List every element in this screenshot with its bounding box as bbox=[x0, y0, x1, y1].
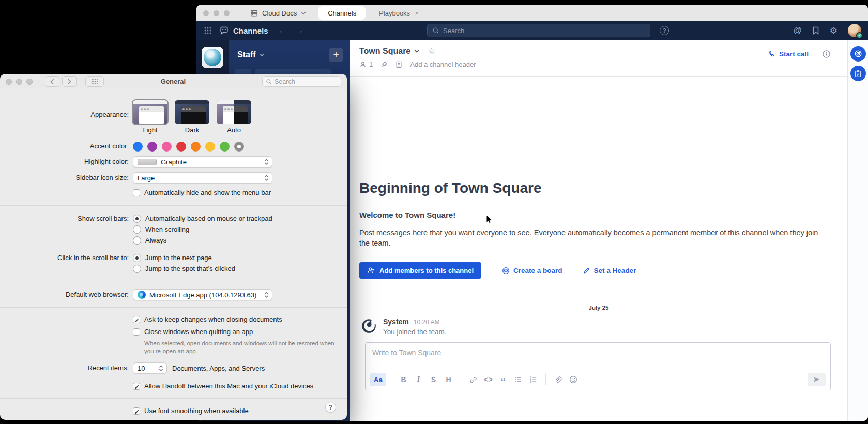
message-input[interactable] bbox=[372, 349, 824, 357]
recent-items-dropdown[interactable]: 10 bbox=[133, 362, 167, 374]
handoff-checkbox[interactable]: Allow Handoff between this Mac and your … bbox=[133, 381, 313, 391]
strikethrough-button[interactable]: S bbox=[426, 373, 441, 386]
server-switcher[interactable]: Cloud Docs bbox=[250, 9, 306, 17]
code-button[interactable]: <> bbox=[481, 373, 496, 386]
close-windows-checkbox[interactable]: Close windows when quitting an app bbox=[133, 327, 253, 337]
accent-red[interactable] bbox=[176, 142, 186, 152]
help-question-button[interactable]: ? bbox=[325, 402, 336, 413]
search-input[interactable] bbox=[443, 27, 645, 35]
prefs-search[interactable] bbox=[262, 76, 341, 87]
back-button[interactable] bbox=[45, 76, 59, 87]
chevron-down-icon[interactable] bbox=[414, 49, 419, 53]
light-appearance-thumbnail[interactable] bbox=[133, 100, 167, 124]
accent-green[interactable] bbox=[220, 142, 230, 152]
checkbox[interactable] bbox=[133, 316, 140, 323]
font-smoothing-checkbox[interactable]: Use font smoothing when available bbox=[133, 406, 249, 416]
channel-members[interactable]: 1 bbox=[359, 60, 373, 68]
zoom-window-button[interactable] bbox=[26, 79, 33, 85]
back-arrow-icon[interactable]: ← bbox=[279, 26, 287, 35]
appearance-option-dark[interactable]: Dark bbox=[175, 100, 209, 134]
radio-scrollbars-when-scrolling[interactable]: When scrolling bbox=[133, 224, 272, 235]
radio[interactable] bbox=[133, 215, 141, 223]
accent-orange[interactable] bbox=[191, 142, 201, 152]
prefs-search-input[interactable] bbox=[275, 78, 338, 85]
appearance-option-auto[interactable]: Auto bbox=[217, 100, 251, 134]
bulleted-list-button[interactable] bbox=[511, 373, 526, 386]
show-formatting-button[interactable]: Aa bbox=[370, 373, 386, 386]
checkbox[interactable] bbox=[133, 328, 140, 336]
sidebar-icon-size-dropdown[interactable]: Large bbox=[133, 172, 272, 184]
accent-pink[interactable] bbox=[162, 142, 172, 152]
radio-jump-next-page[interactable]: Jump to the next page bbox=[133, 253, 235, 263]
link-button[interactable] bbox=[466, 373, 481, 386]
add-channel-button[interactable]: + bbox=[329, 48, 343, 62]
help-icon[interactable]: ? bbox=[660, 26, 669, 35]
numbered-list-button[interactable] bbox=[526, 373, 541, 386]
radio[interactable] bbox=[133, 225, 141, 234]
bold-button[interactable]: B bbox=[396, 373, 411, 386]
global-search[interactable] bbox=[427, 24, 650, 37]
add-members-button[interactable]: Add members to this channel bbox=[359, 262, 481, 279]
user-avatar[interactable]: ✓ bbox=[848, 24, 861, 37]
dark-appearance-thumbnail[interactable] bbox=[175, 100, 209, 124]
close-window-button[interactable] bbox=[203, 10, 209, 16]
close-tab-icon[interactable]: × bbox=[415, 9, 419, 17]
set-header-button[interactable]: Set a Header bbox=[583, 267, 636, 275]
settings-gear-icon[interactable]: ⚙ bbox=[830, 25, 837, 36]
message-author[interactable]: System bbox=[383, 317, 409, 326]
checkbox[interactable] bbox=[133, 407, 140, 415]
status-online-badge: ✓ bbox=[856, 32, 863, 39]
boards-app-icon[interactable] bbox=[850, 46, 866, 62]
appearance-option-light[interactable]: Light bbox=[133, 100, 167, 134]
saved-posts-icon[interactable] bbox=[812, 26, 819, 35]
radio-jump-to-spot[interactable]: Jump to the spot that’s clicked bbox=[133, 264, 235, 274]
zoom-window-button[interactable] bbox=[224, 10, 230, 16]
radio-scrollbars-auto[interactable]: Automatically based on mouse or trackpad bbox=[133, 214, 272, 224]
radio[interactable] bbox=[133, 265, 141, 273]
radio-scrollbars-always[interactable]: Always bbox=[133, 235, 272, 246]
favorite-star-icon[interactable]: ☆ bbox=[428, 46, 435, 56]
channel-name[interactable]: Town Square bbox=[359, 47, 410, 56]
highlight-color-dropdown[interactable]: Graphite bbox=[133, 156, 272, 168]
send-message-button[interactable] bbox=[808, 373, 826, 386]
forward-button[interactable] bbox=[62, 76, 77, 87]
minimize-window-button[interactable] bbox=[16, 79, 22, 85]
minimize-window-button[interactable] bbox=[214, 10, 219, 16]
history-nav: ← → bbox=[279, 26, 304, 35]
auto-appearance-thumbnail[interactable] bbox=[217, 100, 251, 124]
start-call-button[interactable]: Start call bbox=[768, 50, 809, 58]
accent-blue[interactable] bbox=[133, 142, 143, 152]
radio[interactable] bbox=[133, 254, 141, 262]
quote-button[interactable]: “ bbox=[496, 373, 511, 386]
attachment-paperclip-icon[interactable] bbox=[551, 373, 566, 386]
team-icon-staff[interactable] bbox=[202, 47, 223, 68]
accent-purple[interactable] bbox=[147, 142, 157, 152]
forward-arrow-icon[interactable]: → bbox=[296, 26, 304, 35]
team-menu[interactable]: Staff bbox=[237, 50, 264, 59]
pinned-posts-icon[interactable] bbox=[380, 61, 388, 68]
system-preferences-window: General Appearance: Light bbox=[0, 74, 347, 420]
show-all-grid-icon[interactable] bbox=[85, 76, 104, 87]
italic-button[interactable]: I bbox=[411, 373, 426, 386]
radio[interactable] bbox=[133, 236, 141, 245]
tab-channels[interactable]: Channels bbox=[318, 6, 366, 20]
product-switcher-grid-icon[interactable] bbox=[204, 26, 212, 35]
accent-graphite-selected[interactable] bbox=[234, 142, 244, 152]
close-window-button[interactable] bbox=[6, 79, 12, 85]
create-board-button[interactable]: Create a board bbox=[502, 267, 562, 275]
hide-menu-bar-checkbox[interactable]: Automatically hide and show the menu bar bbox=[133, 188, 271, 198]
date-label[interactable]: July 25 bbox=[583, 305, 615, 311]
add-channel-header-link[interactable]: Add a channel header bbox=[410, 60, 476, 68]
playbooks-app-icon[interactable] bbox=[850, 66, 866, 81]
channel-files-icon[interactable] bbox=[395, 61, 402, 68]
accent-yellow[interactable] bbox=[205, 142, 215, 152]
mentions-icon[interactable]: @ bbox=[794, 26, 802, 35]
checkbox[interactable] bbox=[133, 383, 140, 390]
tab-playbooks[interactable]: Playbooks × bbox=[379, 9, 419, 17]
checkbox[interactable] bbox=[133, 189, 140, 196]
emoji-icon[interactable] bbox=[566, 373, 581, 386]
heading-button[interactable]: H bbox=[441, 373, 456, 386]
default-browser-dropdown[interactable]: Microsoft Edge.app (104.0.1293.63) bbox=[133, 289, 272, 300]
channel-info-icon[interactable] bbox=[822, 50, 831, 58]
ask-keep-changes-checkbox[interactable]: Ask to keep changes when closing documen… bbox=[133, 314, 282, 325]
